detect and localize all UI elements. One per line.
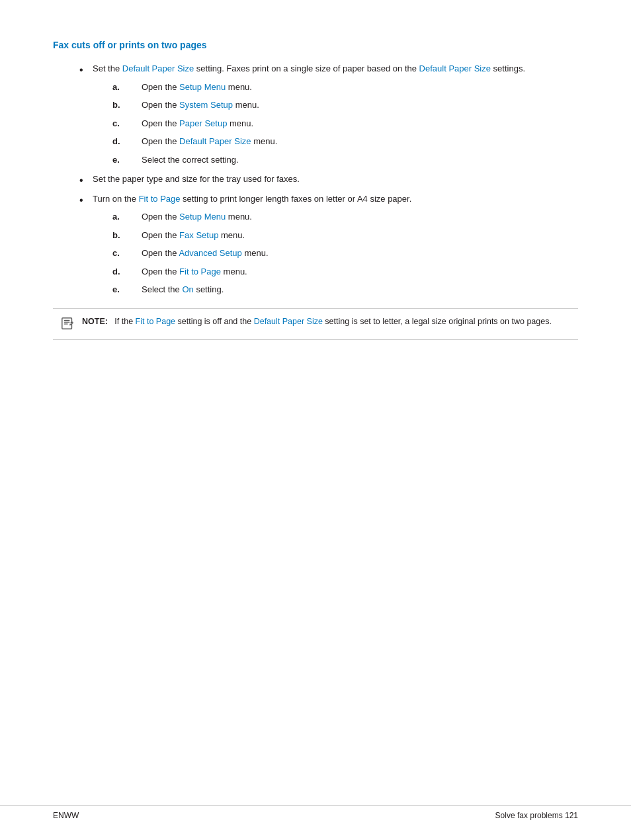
sub-text-1a: Open the Setup Menu menu.	[142, 81, 252, 94]
sub-text-1c: Open the Paper Setup menu.	[142, 117, 253, 130]
sub-label-3c: c.	[112, 247, 131, 260]
sub-text-3e: Select the On setting.	[142, 283, 224, 296]
link-on[interactable]: On	[182, 284, 193, 294]
main-bullet-list: Set the Default Paper Size setting. Faxe…	[79, 62, 578, 296]
sub-item-3a: a. Open the Setup Menu menu.	[112, 210, 578, 224]
sub-list-1: a. Open the Setup Menu menu. b. Open the…	[112, 81, 578, 167]
link-setup-menu-1[interactable]: Setup Menu	[179, 82, 226, 92]
sub-item-1a: a. Open the Setup Menu menu.	[112, 81, 578, 94]
link-fit-to-page-1[interactable]: Fit to Page	[139, 194, 181, 204]
sub-label-1e: e.	[112, 153, 131, 167]
bullet-1-text: Set the Default Paper Size setting. Faxe…	[93, 63, 525, 73]
bullet-item-2: Set the paper type and size for the tray…	[79, 173, 578, 186]
link-default-paper-size-2[interactable]: Default Paper Size	[419, 63, 491, 73]
link-paper-setup[interactable]: Paper Setup	[179, 118, 227, 128]
sub-label-3d: d.	[112, 265, 131, 278]
sub-label-1a: a.	[112, 81, 131, 94]
sub-item-1e: e. Select the correct setting.	[112, 153, 578, 167]
note-body: If the Fit to Page setting is off and th…	[110, 317, 552, 326]
page-content: Fax cuts off or prints on two pages Set …	[0, 0, 631, 380]
sub-label-1b: b.	[112, 99, 131, 112]
sub-text-3d: Open the Fit to Page menu.	[142, 265, 247, 278]
bullet-item-3: Turn on the Fit to Page setting to print…	[79, 192, 578, 296]
sub-text-3b: Open the Fax Setup menu.	[142, 229, 245, 242]
sub-text-3a: Open the Setup Menu menu.	[142, 210, 252, 224]
sub-item-1b: b. Open the System Setup menu.	[112, 99, 578, 112]
link-advanced-setup[interactable]: Advanced Setup	[179, 248, 241, 258]
sub-text-1d: Open the Default Paper Size menu.	[142, 135, 277, 148]
note-label: NOTE:	[82, 317, 108, 326]
sub-label-1c: c.	[112, 117, 131, 130]
sub-item-3e: e. Select the On setting.	[112, 283, 578, 296]
sub-item-3b: b. Open the Fax Setup menu.	[112, 229, 578, 242]
sub-label-1d: d.	[112, 135, 131, 148]
sub-item-1d: d. Open the Default Paper Size menu.	[112, 135, 578, 148]
sub-item-3d: d. Open the Fit to Page menu.	[112, 265, 578, 278]
footer-right: Solve fax problems 121	[495, 811, 578, 820]
link-system-setup[interactable]: System Setup	[179, 100, 233, 110]
footer-left: ENWW	[53, 811, 79, 820]
sub-label-3a: a.	[112, 210, 131, 224]
link-default-paper-size-1[interactable]: Default Paper Size	[122, 63, 194, 73]
link-fax-setup[interactable]: Fax Setup	[179, 230, 218, 240]
svg-rect-0	[62, 317, 72, 329]
sub-label-3e: e.	[112, 283, 131, 296]
bullet-2-text: Set the paper type and size for the tray…	[93, 174, 300, 184]
sub-item-3c: c. Open the Advanced Setup menu.	[112, 247, 578, 260]
note-icon	[61, 316, 75, 333]
bullet-3-text: Turn on the Fit to Page setting to print…	[93, 194, 411, 204]
section-title: Fax cuts off or prints on two pages	[53, 40, 578, 50]
note-box: NOTE: If the Fit to Page setting is off …	[53, 308, 578, 340]
sub-label-3b: b.	[112, 229, 131, 242]
page-footer: ENWW Solve fax problems 121	[0, 805, 631, 820]
note-text: NOTE: If the Fit to Page setting is off …	[82, 315, 552, 328]
link-default-paper-size-note[interactable]: Default Paper Size	[254, 317, 323, 326]
sub-text-3c: Open the Advanced Setup menu.	[142, 247, 269, 260]
link-default-paper-size-3[interactable]: Default Paper Size	[179, 136, 251, 146]
link-fit-to-page-note[interactable]: Fit to Page	[136, 317, 175, 326]
sub-text-1b: Open the System Setup menu.	[142, 99, 259, 112]
sub-text-1e: Select the correct setting.	[142, 153, 239, 167]
sub-list-3: a. Open the Setup Menu menu. b. Open the…	[112, 210, 578, 296]
link-fit-to-page-2[interactable]: Fit to Page	[179, 267, 221, 276]
bullet-item-1: Set the Default Paper Size setting. Faxe…	[79, 62, 578, 166]
link-setup-menu-2[interactable]: Setup Menu	[179, 212, 226, 222]
sub-item-1c: c. Open the Paper Setup menu.	[112, 117, 578, 130]
